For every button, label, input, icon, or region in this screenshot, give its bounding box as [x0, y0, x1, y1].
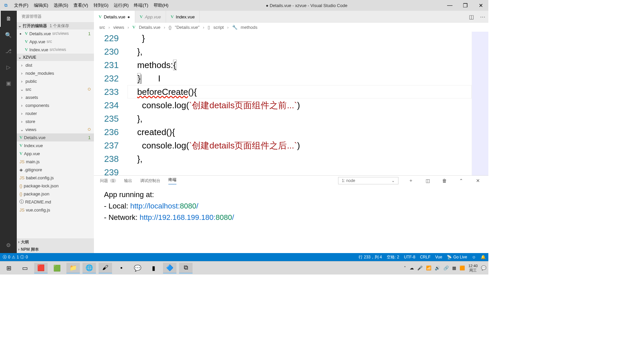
- status-feedback-icon[interactable]: ☺: [472, 255, 476, 259]
- folder-item[interactable]: ›dist: [17, 61, 94, 69]
- minimize-button[interactable]: —: [442, 2, 458, 9]
- vscode-icon[interactable]: ⧉: [179, 263, 193, 274]
- error-icon: ⓧ: [3, 254, 7, 260]
- status-language[interactable]: Vue: [435, 255, 442, 259]
- new-terminal-icon[interactable]: ＋: [407, 178, 415, 184]
- explorer-icon[interactable]: 🗎: [0, 11, 17, 27]
- clock[interactable]: 12:40周三: [468, 264, 478, 273]
- file-item[interactable]: JS main.js: [17, 158, 94, 166]
- status-cursor-pos[interactable]: 行 233，列 4: [359, 254, 382, 260]
- tray-icon[interactable]: ▦: [452, 265, 456, 270]
- microphone-icon[interactable]: 🎤: [417, 265, 423, 270]
- open-editor-item[interactable]: App.vue src: [17, 38, 94, 46]
- volume-icon[interactable]: 🔊: [435, 265, 440, 270]
- split-editor-icon[interactable]: ◫: [466, 11, 477, 23]
- editor-area: Details.vue ● App.vue Index.vue ◫ ⋯ src›…: [94, 11, 488, 253]
- status-encoding[interactable]: UTF-8: [404, 255, 415, 259]
- close-panel-icon[interactable]: ✕: [474, 178, 482, 183]
- chevron-down-icon: ⌄: [18, 23, 21, 28]
- menu-go[interactable]: 转到(G): [91, 2, 111, 8]
- file-item[interactable]: {} package.json: [17, 190, 94, 198]
- menu-run[interactable]: 运行(R): [111, 2, 131, 8]
- close-button[interactable]: ✕: [473, 2, 488, 9]
- chrome-icon[interactable]: 🌐: [83, 263, 96, 274]
- vue-file-icon: [19, 151, 22, 156]
- kill-terminal-icon[interactable]: 🗑: [440, 178, 449, 183]
- tray-chevron-icon[interactable]: ˄: [404, 265, 406, 270]
- open-editor-item[interactable]: Index.vue src\views: [17, 46, 94, 54]
- panel-tab-terminal[interactable]: 终端: [168, 177, 176, 184]
- vscode-logo-icon: ⧉: [0, 3, 11, 8]
- file-item[interactable]: Index.vue: [17, 141, 94, 149]
- terminal-select[interactable]: 1: node⌄: [338, 177, 398, 184]
- folder-item[interactable]: ⌄views: [17, 125, 94, 133]
- extensions-icon[interactable]: ▣: [0, 75, 17, 91]
- status-golive[interactable]: 📡Go Live: [447, 255, 467, 259]
- folder-item[interactable]: ›public: [17, 77, 94, 85]
- start-button[interactable]: ⊞: [2, 263, 15, 274]
- search-icon[interactable]: 🔍: [0, 27, 17, 43]
- folder-item[interactable]: ⌄src: [17, 85, 94, 93]
- taskbar-app[interactable]: 🟥: [34, 263, 48, 274]
- file-explorer-icon[interactable]: 📁: [66, 263, 80, 274]
- status-bell-icon[interactable]: 🔔: [481, 255, 486, 259]
- tab-app[interactable]: App.vue: [135, 11, 166, 23]
- file-item[interactable]: ⓘ README.md: [17, 198, 94, 206]
- tab-details[interactable]: Details.vue ●: [94, 11, 135, 23]
- file-item[interactable]: ◈ .gitignore: [17, 166, 94, 174]
- menu-terminal[interactable]: 终端(T): [131, 2, 151, 8]
- file-item[interactable]: JS babel.config.js: [17, 174, 94, 182]
- settings-gear-icon[interactable]: ⚙: [0, 237, 17, 253]
- source-control-icon[interactable]: ⎇: [0, 43, 17, 59]
- system-tray[interactable]: ˄ ☁ 🎤 📶 🔊 🔗 ▦ 🟧 12:40周三 💬: [404, 264, 486, 273]
- file-item[interactable]: JS vue.config.js: [17, 206, 94, 214]
- folder-item[interactable]: ›router: [17, 109, 94, 117]
- folder-item[interactable]: ›node_modules: [17, 69, 94, 77]
- panel-tab-output[interactable]: 输出: [124, 178, 132, 184]
- vue-file-icon: [99, 14, 102, 19]
- code-content[interactable]: } }, methods:{ } I beforeCreate(){ conso…: [127, 32, 472, 175]
- status-errors[interactable]: ⓧ0 ⚠1 ⓘ0: [3, 254, 28, 260]
- onedrive-icon[interactable]: ☁: [410, 265, 414, 270]
- taskbar-app[interactable]: 🖌: [99, 263, 112, 274]
- run-debug-icon[interactable]: ▷: [0, 59, 17, 75]
- panel-tab-debug[interactable]: 调试控制台: [140, 178, 160, 184]
- tray-icon[interactable]: 🔗: [443, 265, 449, 270]
- outline-section[interactable]: ›大纲: [17, 238, 94, 246]
- open-editor-item[interactable]: ● Details.vue src\views 1: [17, 29, 94, 38]
- folder-item[interactable]: ›components: [17, 101, 94, 109]
- menu-help[interactable]: 帮助(H): [151, 2, 171, 8]
- menu-file[interactable]: 文件(F): [11, 2, 31, 8]
- more-actions-icon[interactable]: ⋯: [477, 11, 488, 23]
- menu-view[interactable]: 查看(V): [71, 2, 91, 8]
- folder-item[interactable]: ›store: [17, 117, 94, 125]
- terminal-output[interactable]: App running at: - Local: http://localhos…: [94, 186, 488, 253]
- open-editors-section[interactable]: ⌄ 打开的编辑器 1 个未保存: [17, 22, 94, 29]
- menu-selection[interactable]: 选择(S): [51, 2, 71, 8]
- file-item[interactable]: {} package-lock.json: [17, 182, 94, 190]
- code-editor[interactable]: 229230231 232233234 235236237 238239 } }…: [94, 32, 488, 175]
- folder-item[interactable]: ›assets: [17, 93, 94, 101]
- status-spaces[interactable]: 空格: 2: [387, 254, 399, 260]
- taskbar-app[interactable]: 🟩: [50, 263, 64, 274]
- wechat-icon[interactable]: 💬: [131, 263, 144, 274]
- tab-index[interactable]: Index.vue: [166, 11, 200, 23]
- split-terminal-icon[interactable]: ◫: [423, 178, 432, 183]
- breadcrumb[interactable]: src› views› Details.vue› {}"Details.vue"…: [94, 23, 488, 32]
- menu-edit[interactable]: 编辑(E): [31, 2, 51, 8]
- file-item-details[interactable]: Details.vue1: [17, 133, 94, 141]
- minimap[interactable]: [472, 32, 488, 175]
- status-eol[interactable]: CRLF: [420, 255, 430, 259]
- maximize-panel-icon[interactable]: ⌃: [457, 178, 466, 183]
- notifications-icon[interactable]: 💬: [481, 265, 486, 270]
- maximize-button[interactable]: ❐: [458, 2, 473, 9]
- file-item[interactable]: App.vue: [17, 149, 94, 158]
- wifi-icon[interactable]: 📶: [426, 265, 431, 270]
- taskbar-app[interactable]: 🔷: [163, 263, 176, 274]
- tray-icon[interactable]: 🟧: [460, 265, 465, 270]
- task-view-icon[interactable]: ▭: [18, 263, 32, 274]
- cmd-icon[interactable]: ▮: [147, 263, 160, 274]
- project-section[interactable]: ⌄ XZVUE: [17, 54, 94, 61]
- taskbar-app[interactable]: ▪: [115, 263, 128, 274]
- npm-scripts-section[interactable]: ›NPM 脚本: [17, 246, 94, 253]
